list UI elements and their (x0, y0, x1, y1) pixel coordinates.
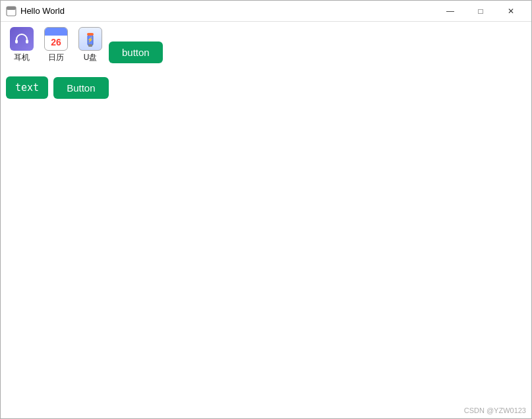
watermark: CSDN @YZW0123 (464, 406, 526, 414)
svg-text:⚡: ⚡ (87, 36, 94, 43)
maximize-button[interactable]: □ (465, 1, 496, 22)
usb-icon-img: ⚡ (78, 27, 102, 51)
headphone-label: 耳机 (14, 52, 30, 63)
headphone-svg (14, 31, 30, 47)
content-row: text Button (6, 76, 526, 99)
calendar-top-bar (45, 28, 67, 36)
svg-rect-1 (7, 7, 16, 10)
calendar-number: 26 (51, 37, 61, 47)
titlebar: Hello World — □ ✕ (1, 1, 531, 22)
icon-item-headphone[interactable]: 耳机 (6, 27, 38, 63)
icon-item-calendar[interactable]: 26 日历 (40, 27, 72, 63)
calendar-label: 日历 (48, 52, 64, 63)
svg-rect-6 (87, 33, 94, 36)
svg-rect-3 (26, 40, 28, 43)
text-badge: text (6, 76, 48, 99)
window-icon (6, 6, 16, 16)
toolbar-row: 耳机 26 日历 (6, 27, 526, 63)
window-content: 耳机 26 日历 (1, 22, 531, 418)
content-button[interactable]: Button (53, 77, 108, 99)
svg-rect-2 (15, 40, 18, 43)
calendar-icon-img: 26 (44, 27, 68, 51)
headphone-icon-img (10, 27, 34, 51)
svg-rect-5 (88, 44, 92, 47)
close-button[interactable]: ✕ (496, 1, 526, 22)
main-window: Hello World — □ ✕ 耳机 (0, 0, 532, 419)
window-title: Hello World (20, 6, 435, 16)
icon-item-usb[interactable]: ⚡ U盘 (74, 27, 106, 63)
minimize-button[interactable]: — (435, 1, 465, 22)
toolbar-button[interactable]: button (109, 42, 163, 63)
usb-svg: ⚡ (82, 30, 98, 48)
usb-label: U盘 (84, 52, 98, 63)
window-controls: — □ ✕ (435, 1, 526, 22)
